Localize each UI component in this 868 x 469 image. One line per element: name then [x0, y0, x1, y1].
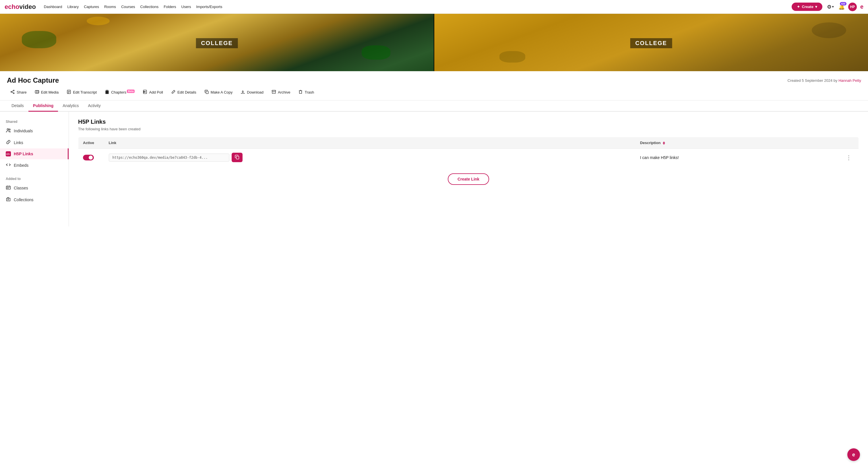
svg-rect-24 — [6, 186, 10, 189]
nav-captures[interactable]: Captures — [84, 5, 99, 9]
edit-details-button[interactable]: Edit Details — [167, 88, 200, 97]
classes-label: Classes — [14, 186, 28, 190]
svg-rect-35 — [236, 156, 239, 159]
download-button[interactable]: Download — [237, 88, 267, 97]
sidebar-item-individuals[interactable]: Individuals — [0, 125, 69, 137]
svg-point-2 — [11, 91, 12, 92]
tab-bar: Details Publishing Analytics Activity — [0, 100, 868, 112]
h5p-icon: </> — [6, 151, 11, 156]
sidebar-item-h5p-links[interactable]: </> H5P Links — [0, 148, 69, 159]
sidebar-item-embeds[interactable]: Embeds — [0, 159, 69, 171]
settings-button[interactable]: ⚙ ▾ — [826, 3, 835, 11]
svg-point-15 — [144, 91, 144, 92]
col-link: Link — [104, 137, 636, 149]
description-cell: I can make H5P links! — [636, 149, 839, 166]
make-copy-button[interactable]: Make A Copy — [201, 88, 236, 97]
nav-library[interactable]: Library — [67, 5, 79, 9]
main-content: Shared Individuals Links </> — [0, 112, 868, 226]
individuals-label: Individuals — [14, 129, 33, 133]
svg-line-3 — [12, 91, 13, 92]
svg-rect-12 — [144, 90, 147, 94]
created-by-link[interactable]: Hannah Petty — [838, 79, 861, 83]
svg-point-0 — [13, 90, 14, 91]
chapters-button[interactable]: ChaptersBeta — [101, 88, 138, 97]
action-bar: Share Edit Media Edit Transcript Chapter… — [0, 87, 868, 100]
archive-icon — [272, 90, 276, 95]
nav-collections[interactable]: Collections — [141, 5, 159, 9]
row-actions-cell: ⋮ — [839, 149, 859, 166]
create-link-wrap: Create Link — [78, 174, 859, 185]
edit-transcript-button[interactable]: Edit Transcript — [63, 88, 100, 97]
sort-icon[interactable] — [663, 142, 665, 145]
created-info: Created 5 September 2024 by Hannah Petty — [787, 79, 861, 83]
collections-label: Collections — [14, 197, 33, 202]
col-active: Active — [79, 137, 104, 149]
content-area: H5P Links The following links have been … — [69, 112, 868, 226]
col-actions — [839, 137, 859, 149]
h5p-links-table: Active Link Description — [78, 137, 859, 166]
copy-icon — [235, 154, 240, 160]
avatar[interactable]: HP — [848, 3, 857, 11]
trash-icon — [298, 90, 303, 95]
svg-point-25 — [7, 187, 8, 188]
tab-activity[interactable]: Activity — [83, 100, 105, 112]
college-text: COLLEGE — [196, 38, 238, 48]
video-panel-left: COLLEGE — [0, 14, 434, 71]
create-link-button[interactable]: Create Link — [448, 174, 489, 185]
svg-point-29 — [8, 188, 9, 189]
nav-folders[interactable]: Folders — [164, 5, 176, 9]
classes-icon — [6, 185, 11, 191]
copy-link-button[interactable] — [231, 153, 243, 162]
archive-button[interactable]: Archive — [268, 88, 293, 97]
svg-point-22 — [9, 129, 10, 130]
nav-rooms[interactable]: Rooms — [104, 5, 116, 9]
individuals-icon — [6, 128, 11, 134]
college-text-right: COLLEGE — [630, 38, 672, 48]
svg-text:</>: </> — [6, 153, 10, 156]
logo[interactable]: echovideo — [5, 3, 36, 11]
notifications-button[interactable]: 🔔 420 — [838, 4, 845, 10]
link-url-display: https://echo360qa.dev/media/be7ca843-f2d… — [109, 154, 229, 162]
collections-icon — [6, 197, 11, 202]
echo-logo-small: e — [860, 3, 863, 10]
nav-dashboard[interactable]: Dashboard — [44, 5, 62, 9]
row-menu-button[interactable]: ⋮ — [844, 153, 854, 162]
tab-analytics[interactable]: Analytics — [58, 100, 83, 112]
active-toggle[interactable] — [83, 155, 94, 160]
nav-courses[interactable]: Courses — [121, 5, 135, 9]
svg-point-26 — [8, 187, 9, 188]
sidebar-item-classes[interactable]: Classes — [0, 182, 69, 194]
svg-rect-18 — [272, 90, 276, 91]
tab-details[interactable]: Details — [7, 100, 28, 112]
sidebar-item-links[interactable]: Links — [0, 137, 69, 148]
content-title: H5P Links — [78, 119, 859, 125]
svg-rect-32 — [7, 198, 10, 201]
sidebar: Shared Individuals Links </> — [0, 112, 69, 226]
sidebar-item-collections[interactable]: Collections — [0, 194, 69, 206]
sparkle-icon: ✦ — [797, 5, 800, 9]
embeds-label: Embeds — [14, 163, 28, 168]
edit-icon — [171, 90, 176, 95]
content-subtitle: The following links have been created — [78, 127, 859, 131]
edit-media-button[interactable]: Edit Media — [31, 88, 62, 97]
h5p-links-label: H5P Links — [14, 152, 33, 156]
nav-imports-exports[interactable]: Imports/Exports — [196, 5, 222, 9]
add-poll-button[interactable]: Add Poll — [139, 88, 166, 97]
nav-users[interactable]: Users — [181, 5, 191, 9]
page-title: Ad Hoc Capture — [7, 76, 59, 84]
svg-point-28 — [7, 188, 8, 189]
nav-links: Dashboard Library Captures Rooms Courses… — [44, 5, 222, 9]
svg-point-16 — [144, 92, 144, 93]
transcript-icon — [67, 90, 71, 95]
share-icon — [10, 90, 15, 95]
active-cell — [79, 149, 104, 166]
tab-publishing[interactable]: Publishing — [28, 100, 58, 112]
share-button[interactable]: Share — [7, 88, 30, 97]
nav-right: ✦ Create ▾ ⚙ ▾ 🔔 420 HP e — [792, 3, 863, 11]
gear-icon: ⚙ — [827, 4, 832, 10]
links-icon — [6, 139, 11, 146]
trash-button[interactable]: Trash — [295, 88, 317, 97]
create-button[interactable]: ✦ Create ▾ — [792, 3, 822, 11]
table-row: https://echo360qa.dev/media/be7ca843-f2d… — [79, 149, 859, 166]
chevron-down-icon: ▾ — [815, 5, 817, 9]
